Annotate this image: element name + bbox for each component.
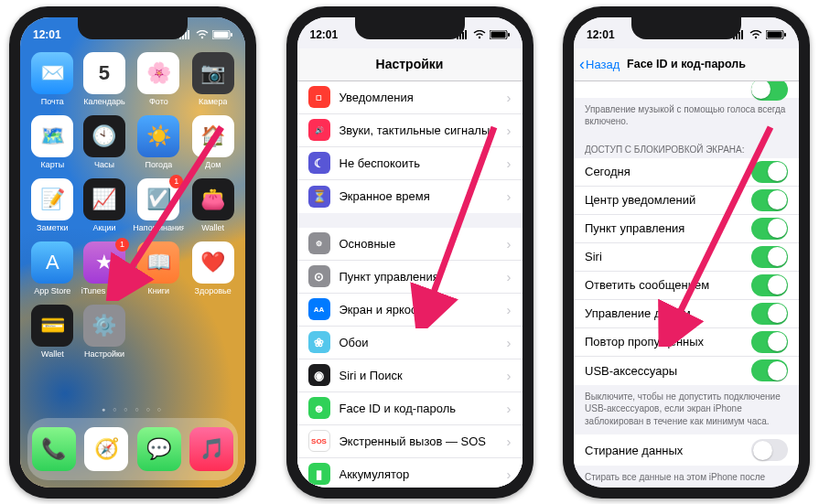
toggle-row[interactable]: Центр уведомлений	[574, 187, 799, 215]
app-label: Настройки	[84, 349, 124, 359]
settings-row[interactable]: ▮Аккумулятор›	[297, 458, 523, 488]
faceid-list[interactable]: Управление музыкой с помощью голоса всег…	[574, 81, 799, 488]
toggle-row[interactable]: Siri	[574, 243, 799, 272]
dock-app[interactable]: 📞	[32, 427, 76, 471]
row-label: Экранное время	[339, 189, 507, 203]
wifi-icon	[749, 30, 762, 39]
app-акции[interactable]: 📈Акции	[81, 178, 128, 232]
chevron-right-icon: ›	[507, 434, 512, 449]
app-itunes store[interactable]: ★1iTunes Store	[81, 241, 128, 295]
settings-row[interactable]: ⚙︎Основные›	[297, 228, 523, 261]
toggle-switch[interactable]	[751, 161, 788, 183]
row-icon: ☾	[308, 152, 330, 174]
app-label: iTunes Store	[81, 286, 128, 295]
app-label: Карты	[40, 160, 64, 169]
app-wallet[interactable]: 💳Wallet	[29, 305, 76, 359]
row-label: Управление домом	[585, 306, 751, 320]
svg-rect-3	[188, 30, 189, 39]
chevron-right-icon: ›	[507, 188, 512, 204]
toggle-row[interactable]: Управление домом	[574, 300, 799, 328]
toggle-switch[interactable]	[751, 439, 788, 461]
app-камера[interactable]: 📷Камера	[189, 52, 236, 106]
settings-row[interactable]: ❀Обои›	[297, 327, 523, 359]
toggle-row[interactable]: Сегодня	[574, 158, 799, 187]
settings-row[interactable]: SOSЭкстренный вызов — SOS›	[297, 425, 523, 458]
svg-rect-20	[738, 32, 740, 39]
row-label: Siri и Поиск	[339, 369, 507, 382]
toggle-row[interactable]: Повтор пропущенных	[574, 328, 799, 357]
row-label: USB-аксессуары	[585, 364, 751, 378]
app-icon: 📷	[192, 52, 234, 94]
app-календарь[interactable]: 5Календарь	[81, 52, 128, 106]
app-wallet[interactable]: 👛Wallet	[189, 178, 236, 232]
toggle-switch[interactable]	[751, 331, 788, 353]
row-label: Звуки, тактильные сигналы	[339, 123, 507, 137]
section-footer: Выключите, чтобы не допустить подключени…	[574, 385, 799, 435]
dock-app[interactable]: 🧭	[84, 427, 128, 471]
row-icon: AA	[308, 298, 330, 320]
settings-row[interactable]: ⊙Пункт управления›	[297, 261, 523, 294]
row-icon: 🔊	[308, 119, 330, 141]
toggle-switch[interactable]	[751, 218, 788, 240]
settings-row[interactable]: ⏳Экранное время›	[297, 180, 523, 213]
row-icon: SOS	[308, 430, 330, 452]
toggle-switch[interactable]	[751, 81, 788, 101]
app-напоминания[interactable]: ☑️1Напоминания	[133, 178, 184, 232]
app-карты[interactable]: 🗺️Карты	[29, 115, 76, 169]
battery-icon	[212, 30, 232, 39]
chevron-right-icon: ›	[507, 123, 512, 138]
app-label: App Store	[34, 286, 70, 295]
app-дом[interactable]: 🏠Дом	[189, 115, 236, 169]
nav-title: Face ID и код-пароль	[627, 58, 746, 70]
phone-home: 12:01 ✉️Почта5Календарь🌸Фото📷Камера🗺️Кар…	[9, 6, 256, 499]
toggle-switch[interactable]	[751, 359, 788, 381]
app-фото[interactable]: 🌸Фото	[133, 52, 184, 106]
row-icon: ◻︎	[308, 86, 330, 108]
status-time: 12:01	[587, 28, 615, 41]
section-footer: Управление музыкой с помощью голоса всег…	[574, 98, 799, 135]
app-часы[interactable]: 🕙Часы	[81, 115, 128, 169]
erase-row[interactable]: Стирание данных	[574, 434, 799, 466]
settings-row[interactable]: ☻Face ID и код-пароль›	[297, 392, 523, 425]
app-настройки[interactable]: ⚙️Настройки	[81, 305, 128, 359]
row-label: Сегодня	[585, 165, 751, 178]
app-label: Заметки	[37, 223, 68, 232]
settings-list[interactable]: ◻︎Уведомления›🔊Звуки, тактильные сигналы…	[297, 81, 523, 488]
app-icon: 📖	[137, 241, 179, 284]
row-label: Пункт управления	[339, 270, 507, 284]
app-заметки[interactable]: 📝Заметки	[29, 178, 76, 232]
toggle-switch[interactable]	[751, 246, 788, 268]
app-icon: ★1	[83, 241, 125, 284]
toggle-switch[interactable]	[751, 189, 788, 211]
toggle-row[interactable]: Ответить сообщением	[574, 272, 799, 300]
settings-row[interactable]: 🔊Звуки, тактильные сигналы›	[297, 114, 523, 147]
svg-rect-7	[231, 33, 232, 37]
row-label: Экстренный вызов — SOS	[339, 434, 507, 448]
app-погода[interactable]: ☀️Погода	[133, 115, 184, 169]
row-label: Уведомления	[339, 91, 507, 104]
settings-row[interactable]: ◻︎Уведомления›	[297, 81, 523, 114]
settings-row[interactable]: ◉Siri и Поиск›	[297, 359, 523, 392]
settings-row[interactable]: ☾Не беспокоить›	[297, 147, 523, 180]
app-icon: 🕙	[83, 115, 125, 157]
badge: 1	[115, 238, 129, 252]
dock-app[interactable]: 🎵	[189, 427, 233, 471]
app-почта[interactable]: ✉️Почта	[29, 52, 76, 106]
app-здоровье[interactable]: ❤️Здоровье	[189, 241, 236, 295]
dock-app[interactable]: 💬	[137, 427, 181, 471]
app-app store[interactable]: AApp Store	[29, 241, 76, 295]
app-icon: 5	[83, 52, 125, 94]
settings-row[interactable]: AAЭкран и яркость›	[297, 294, 523, 327]
row-label: Основные	[339, 237, 507, 251]
back-button[interactable]: ‹Назад	[579, 55, 620, 74]
toggle-row[interactable]: USB-аксессуары	[574, 357, 799, 385]
toggle-switch[interactable]	[751, 274, 788, 296]
svg-rect-15	[490, 31, 505, 38]
toggle-row[interactable]: Пункт управления	[574, 215, 799, 243]
toggle-row[interactable]	[574, 81, 799, 98]
section-gap	[297, 213, 523, 228]
svg-rect-25	[784, 33, 786, 37]
app-label: Wallet	[201, 223, 224, 232]
toggle-switch[interactable]	[751, 303, 788, 325]
app-книги[interactable]: 📖Книги	[133, 241, 184, 295]
